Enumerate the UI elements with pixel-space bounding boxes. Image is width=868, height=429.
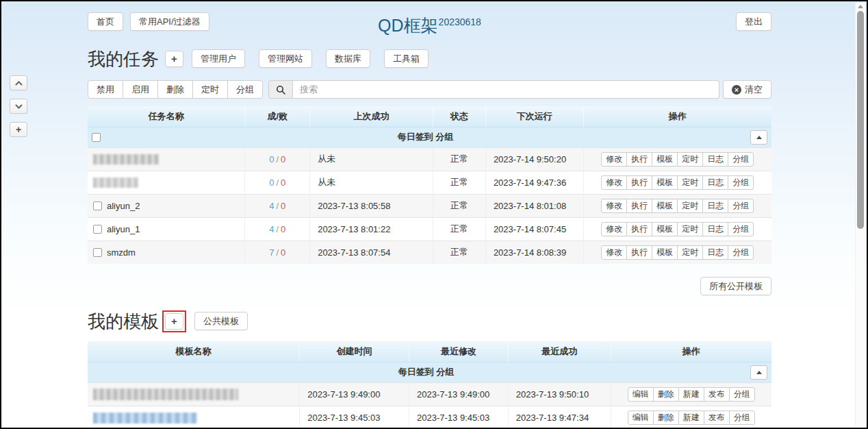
row-action-button[interactable]: 编辑 — [628, 387, 654, 402]
row-action-button[interactable]: 模板 — [652, 175, 678, 190]
row-action-button[interactable]: 定时 — [677, 152, 703, 167]
col-last-success: 最近成功 — [508, 341, 611, 362]
annotation-red-box: + — [162, 310, 186, 332]
fail-count[interactable]: 0 — [281, 201, 285, 211]
success-count[interactable]: 4 — [269, 201, 274, 211]
app-title-text: QD框架 — [378, 16, 438, 35]
fail-count[interactable]: 0 — [281, 177, 285, 188]
redacted-template-name — [93, 413, 197, 424]
row-action-button[interactable]: 修改 — [601, 175, 627, 190]
row-action-button[interactable]: 分组 — [729, 410, 755, 425]
row-action-button[interactable]: 修改 — [601, 152, 627, 167]
success-count[interactable]: 0 — [269, 154, 274, 164]
row-action-button[interactable]: 分组 — [728, 222, 754, 236]
row-action-button[interactable]: 分组 — [728, 152, 754, 167]
row-action-button[interactable]: 日志 — [702, 152, 728, 167]
nav-api-filter-button[interactable]: 常用API/过滤器 — [130, 12, 209, 31]
scroll-down-button[interactable] — [10, 99, 27, 114]
row-action-button[interactable]: 执行 — [626, 199, 652, 213]
search-input[interactable] — [293, 80, 719, 99]
row-action-button[interactable]: 编辑 — [628, 410, 654, 425]
manage-sites-button[interactable]: 管理网站 — [259, 49, 312, 68]
row-checkbox[interactable] — [93, 201, 102, 210]
search-button[interactable] — [268, 80, 293, 99]
row-action-button[interactable]: 定时 — [677, 245, 703, 260]
last-success-cell: 2023-7-13 8:07:54 — [310, 241, 433, 264]
row-action-button[interactable]: 日志 — [702, 245, 728, 260]
next-run-cell: 2023-7-14 9:47:36 — [485, 171, 583, 194]
row-action-button[interactable]: 修改 — [601, 199, 627, 213]
templates-heading: 我的模板 — [88, 309, 159, 334]
row-action-button[interactable]: 发布 — [704, 410, 730, 425]
collapse-group-button[interactable] — [750, 130, 767, 145]
side-add-button[interactable]: + — [10, 122, 27, 137]
row-action-button[interactable]: 模板 — [652, 152, 678, 167]
row-action-button[interactable]: 模板 — [652, 199, 678, 213]
search-bar — [268, 80, 719, 99]
row-action-button[interactable]: 执行 — [626, 222, 652, 236]
disable-button[interactable]: 禁用 — [88, 80, 123, 99]
top-nav-left: 首页 常用API/过滤器 — [88, 12, 209, 31]
row-action-button[interactable]: 日志 — [702, 199, 728, 213]
row-action-button[interactable]: 分组 — [728, 175, 754, 190]
row-action-button[interactable]: 定时 — [677, 199, 703, 213]
row-action-button[interactable]: 删除 — [653, 410, 679, 425]
add-template-button[interactable]: + — [165, 313, 183, 330]
group-button[interactable]: 分组 — [227, 80, 263, 99]
success-count[interactable]: 0 — [269, 177, 274, 188]
row-action-button[interactable]: 日志 — [702, 222, 728, 236]
nav-home-button[interactable]: 首页 — [88, 12, 123, 31]
app-title-version: 20230618 — [439, 16, 481, 27]
row-action-button[interactable]: 执行 — [626, 152, 652, 167]
row-action-button[interactable]: 修改 — [601, 245, 627, 260]
scrollbar-up-arrow-icon[interactable] — [858, 5, 863, 8]
row-action-button[interactable]: 分组 — [729, 387, 755, 402]
row-actions: 编辑删除新建发布分组 — [628, 387, 755, 402]
row-action-button[interactable]: 模板 — [652, 222, 678, 236]
delete-button[interactable]: 删除 — [157, 80, 193, 99]
row-action-button[interactable]: 发布 — [704, 387, 730, 402]
row-action-button[interactable]: 分组 — [728, 199, 754, 213]
all-public-templates-button[interactable]: 所有公开模板 — [700, 277, 771, 295]
success-count[interactable]: 7 — [269, 247, 274, 258]
row-action-button[interactable]: 分组 — [728, 245, 754, 260]
enable-button[interactable]: 启用 — [123, 80, 158, 99]
row-action-button[interactable]: 新建 — [678, 387, 704, 402]
collapse-group-button[interactable] — [750, 365, 767, 380]
task-group-row: 每日签到 分组 — [88, 127, 771, 147]
row-action-button[interactable]: 日志 — [702, 175, 728, 190]
fail-count[interactable]: 0 — [281, 154, 285, 164]
public-templates-button[interactable]: 公共模板 — [194, 312, 248, 330]
app-window: + 首页 常用API/过滤器 QD框架20230618 登出 我的任务 + 管理… — [0, 0, 868, 429]
row-action-button[interactable]: 新建 — [678, 410, 704, 425]
row-action-button[interactable]: 执行 — [626, 175, 652, 190]
row-checkbox[interactable] — [93, 248, 102, 257]
task-row: smzdm 7/0 2023-7-13 8:07:54 正常 2023-7-14… — [88, 241, 771, 264]
clear-search-button[interactable]: × 清空 — [723, 80, 771, 99]
last-success-cell: 从未 — [310, 147, 433, 171]
manage-users-button[interactable]: 管理用户 — [192, 49, 245, 68]
row-action-button[interactable]: 定时 — [677, 175, 703, 190]
group-checkbox[interactable] — [92, 133, 101, 142]
tasks-toolbar: 禁用 启用 删除 定时 分组 × 清空 — [88, 80, 771, 99]
fail-count[interactable]: 0 — [281, 247, 285, 258]
task-row: 0/0 从未 正常 2023-7-14 9:47:36 修改执行模板定时日志分组 — [88, 171, 771, 194]
scrollbar-thumb[interactable] — [857, 11, 864, 229]
template-group-row: 每日签到 分组 — [88, 362, 771, 382]
database-button[interactable]: 数据库 — [326, 49, 370, 68]
schedule-button[interactable]: 定时 — [192, 80, 228, 99]
chevron-down-icon — [15, 104, 23, 109]
row-action-button[interactable]: 模板 — [652, 245, 678, 260]
row-checkbox[interactable] — [93, 225, 102, 234]
row-action-button[interactable]: 执行 — [626, 245, 652, 260]
fail-count[interactable]: 0 — [281, 224, 285, 234]
success-count[interactable]: 4 — [269, 224, 274, 234]
row-action-button[interactable]: 删除 — [653, 387, 679, 402]
row-action-button[interactable]: 修改 — [601, 222, 627, 236]
row-action-button[interactable]: 定时 — [677, 222, 703, 236]
logout-button[interactable]: 登出 — [736, 12, 771, 31]
add-task-button[interactable]: + — [165, 51, 183, 67]
toolbox-button[interactable]: 工具箱 — [384, 49, 429, 68]
task-row: aliyun_2 4/0 2023-7-13 8:05:58 正常 2023-7… — [88, 194, 771, 217]
scroll-up-button[interactable] — [10, 75, 27, 90]
